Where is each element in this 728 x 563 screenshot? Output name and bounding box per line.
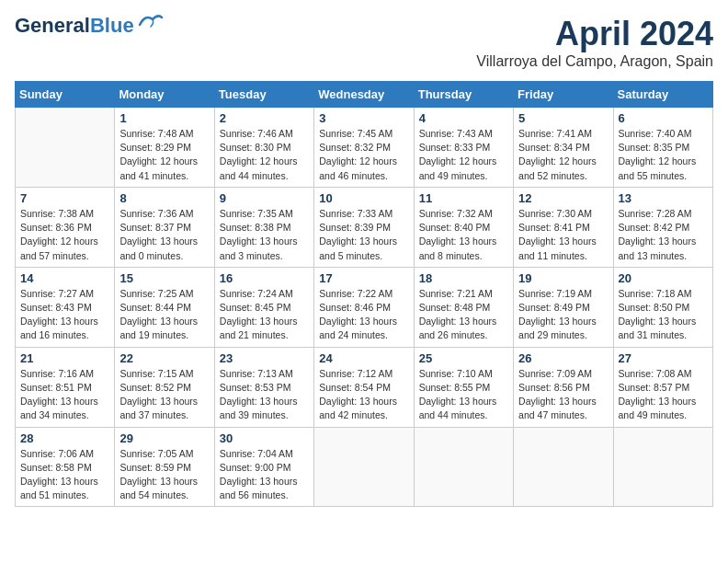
calendar-header: SundayMondayTuesdayWednesdayThursdayFrid… (16, 82, 713, 108)
page-header: GeneralBlue April 2024 Villarroya del Ca… (15, 15, 713, 70)
day-cell: 4Sunrise: 7:43 AM Sunset: 8:33 PM Daylig… (414, 108, 513, 188)
day-cell: 29Sunrise: 7:05 AM Sunset: 8:59 PM Dayli… (115, 427, 214, 507)
day-number: 12 (518, 191, 608, 205)
day-number: 22 (119, 351, 209, 365)
day-cell: 25Sunrise: 7:10 AM Sunset: 8:55 PM Dayli… (414, 347, 513, 427)
day-number: 27 (619, 351, 708, 365)
day-info: Sunrise: 7:48 AM Sunset: 8:29 PM Dayligh… (119, 127, 209, 183)
day-cell (314, 427, 414, 507)
day-info: Sunrise: 7:30 AM Sunset: 8:41 PM Dayligh… (518, 207, 608, 263)
day-info: Sunrise: 7:21 AM Sunset: 8:48 PM Dayligh… (419, 287, 508, 343)
day-cell: 24Sunrise: 7:12 AM Sunset: 8:54 PM Dayli… (314, 347, 414, 427)
title-block: April 2024 Villarroya del Campo, Aragon,… (476, 15, 713, 70)
day-cell: 17Sunrise: 7:22 AM Sunset: 8:46 PM Dayli… (314, 267, 414, 347)
header-cell-monday: Monday (115, 82, 214, 108)
day-number: 7 (20, 191, 109, 205)
day-cell: 14Sunrise: 7:27 AM Sunset: 8:43 PM Dayli… (16, 267, 115, 347)
week-row-4: 21Sunrise: 7:16 AM Sunset: 8:51 PM Dayli… (16, 347, 713, 427)
day-info: Sunrise: 7:06 AM Sunset: 8:58 PM Dayligh… (20, 447, 109, 503)
day-number: 26 (518, 351, 608, 365)
day-number: 19 (518, 271, 608, 285)
day-cell: 8Sunrise: 7:36 AM Sunset: 8:37 PM Daylig… (115, 187, 214, 267)
day-info: Sunrise: 7:32 AM Sunset: 8:40 PM Dayligh… (419, 207, 508, 263)
day-info: Sunrise: 7:12 AM Sunset: 8:54 PM Dayligh… (319, 367, 408, 423)
day-info: Sunrise: 7:08 AM Sunset: 8:57 PM Dayligh… (619, 367, 708, 423)
day-number: 14 (20, 271, 109, 285)
day-number: 24 (319, 351, 408, 365)
day-info: Sunrise: 7:40 AM Sunset: 8:35 PM Dayligh… (619, 127, 708, 183)
logo: GeneralBlue (15, 15, 164, 37)
day-cell (16, 108, 115, 188)
header-row: SundayMondayTuesdayWednesdayThursdayFrid… (16, 82, 713, 108)
week-row-1: 1Sunrise: 7:48 AM Sunset: 8:29 PM Daylig… (16, 108, 713, 188)
day-info: Sunrise: 7:16 AM Sunset: 8:51 PM Dayligh… (20, 367, 109, 423)
day-number: 29 (119, 431, 209, 445)
day-number: 16 (220, 271, 309, 285)
day-number: 21 (20, 351, 109, 365)
day-number: 8 (119, 191, 209, 205)
page-subtitle: Villarroya del Campo, Aragon, Spain (476, 53, 713, 70)
day-cell: 12Sunrise: 7:30 AM Sunset: 8:41 PM Dayli… (514, 187, 613, 267)
day-cell: 5Sunrise: 7:41 AM Sunset: 8:34 PM Daylig… (514, 108, 613, 188)
day-cell: 28Sunrise: 7:06 AM Sunset: 8:58 PM Dayli… (16, 427, 115, 507)
day-number: 1 (119, 111, 209, 125)
day-cell: 1Sunrise: 7:48 AM Sunset: 8:29 PM Daylig… (115, 108, 214, 188)
day-number: 30 (220, 431, 309, 445)
header-cell-sunday: Sunday (16, 82, 115, 108)
header-cell-saturday: Saturday (613, 82, 712, 108)
day-info: Sunrise: 7:28 AM Sunset: 8:42 PM Dayligh… (619, 207, 708, 263)
day-number: 13 (619, 191, 708, 205)
day-info: Sunrise: 7:13 AM Sunset: 8:53 PM Dayligh… (220, 367, 309, 423)
day-number: 11 (419, 191, 508, 205)
day-number: 25 (419, 351, 508, 365)
day-number: 3 (319, 111, 408, 125)
day-cell: 21Sunrise: 7:16 AM Sunset: 8:51 PM Dayli… (16, 347, 115, 427)
day-info: Sunrise: 7:38 AM Sunset: 8:36 PM Dayligh… (20, 207, 109, 263)
day-cell: 23Sunrise: 7:13 AM Sunset: 8:53 PM Dayli… (214, 347, 313, 427)
day-info: Sunrise: 7:09 AM Sunset: 8:56 PM Dayligh… (518, 367, 608, 423)
day-number: 18 (419, 271, 508, 285)
day-info: Sunrise: 7:22 AM Sunset: 8:46 PM Dayligh… (319, 287, 408, 343)
day-cell: 2Sunrise: 7:46 AM Sunset: 8:30 PM Daylig… (214, 108, 313, 188)
day-info: Sunrise: 7:24 AM Sunset: 8:45 PM Dayligh… (220, 287, 309, 343)
day-number: 6 (619, 111, 708, 125)
day-cell: 19Sunrise: 7:19 AM Sunset: 8:49 PM Dayli… (514, 267, 613, 347)
day-number: 4 (419, 111, 508, 125)
day-info: Sunrise: 7:33 AM Sunset: 8:39 PM Dayligh… (319, 207, 408, 263)
day-cell: 3Sunrise: 7:45 AM Sunset: 8:32 PM Daylig… (314, 108, 414, 188)
day-number: 9 (220, 191, 309, 205)
page-title: April 2024 (476, 15, 713, 53)
header-cell-wednesday: Wednesday (314, 82, 414, 108)
day-info: Sunrise: 7:35 AM Sunset: 8:38 PM Dayligh… (220, 207, 309, 263)
calendar-table: SundayMondayTuesdayWednesdayThursdayFrid… (15, 81, 713, 507)
day-cell: 16Sunrise: 7:24 AM Sunset: 8:45 PM Dayli… (214, 267, 313, 347)
logo-text: GeneralBlue (15, 15, 134, 37)
day-cell: 30Sunrise: 7:04 AM Sunset: 9:00 PM Dayli… (214, 427, 313, 507)
week-row-5: 28Sunrise: 7:06 AM Sunset: 8:58 PM Dayli… (16, 427, 713, 507)
day-cell: 27Sunrise: 7:08 AM Sunset: 8:57 PM Dayli… (613, 347, 712, 427)
day-info: Sunrise: 7:05 AM Sunset: 8:59 PM Dayligh… (119, 447, 209, 503)
day-info: Sunrise: 7:46 AM Sunset: 8:30 PM Dayligh… (220, 127, 309, 183)
day-cell: 13Sunrise: 7:28 AM Sunset: 8:42 PM Dayli… (613, 187, 712, 267)
day-info: Sunrise: 7:45 AM Sunset: 8:32 PM Dayligh… (319, 127, 408, 183)
logo-bird-icon (138, 12, 164, 30)
day-cell (613, 427, 712, 507)
week-row-2: 7Sunrise: 7:38 AM Sunset: 8:36 PM Daylig… (16, 187, 713, 267)
day-info: Sunrise: 7:27 AM Sunset: 8:43 PM Dayligh… (20, 287, 109, 343)
header-cell-friday: Friday (514, 82, 613, 108)
day-info: Sunrise: 7:43 AM Sunset: 8:33 PM Dayligh… (419, 127, 508, 183)
day-cell: 18Sunrise: 7:21 AM Sunset: 8:48 PM Dayli… (414, 267, 513, 347)
week-row-3: 14Sunrise: 7:27 AM Sunset: 8:43 PM Dayli… (16, 267, 713, 347)
day-cell (414, 427, 513, 507)
header-cell-thursday: Thursday (414, 82, 513, 108)
calendar-body: 1Sunrise: 7:48 AM Sunset: 8:29 PM Daylig… (16, 108, 713, 507)
header-cell-tuesday: Tuesday (214, 82, 313, 108)
day-info: Sunrise: 7:36 AM Sunset: 8:37 PM Dayligh… (119, 207, 209, 263)
day-cell: 20Sunrise: 7:18 AM Sunset: 8:50 PM Dayli… (613, 267, 712, 347)
day-cell: 26Sunrise: 7:09 AM Sunset: 8:56 PM Dayli… (514, 347, 613, 427)
day-info: Sunrise: 7:41 AM Sunset: 8:34 PM Dayligh… (518, 127, 608, 183)
day-info: Sunrise: 7:10 AM Sunset: 8:55 PM Dayligh… (419, 367, 508, 423)
day-number: 10 (319, 191, 408, 205)
day-info: Sunrise: 7:04 AM Sunset: 9:00 PM Dayligh… (220, 447, 309, 503)
day-cell: 15Sunrise: 7:25 AM Sunset: 8:44 PM Dayli… (115, 267, 214, 347)
